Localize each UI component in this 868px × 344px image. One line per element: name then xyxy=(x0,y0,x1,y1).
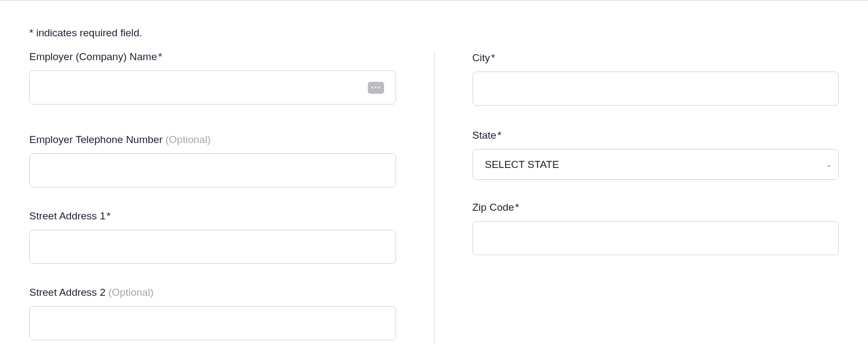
zip-field: Zip Code* xyxy=(473,202,839,255)
city-label: City* xyxy=(473,52,839,64)
state-select-wrap: SELECT STATE ⌄ xyxy=(473,149,839,180)
city-field: City* xyxy=(473,52,839,106)
optional-text: (Optional) xyxy=(108,287,154,298)
required-star: * xyxy=(515,202,519,213)
input-wrap xyxy=(29,70,396,105)
label-text: Street Address 1 xyxy=(29,210,105,222)
street1-field: Street Address 1* xyxy=(29,210,396,264)
street2-field: Street Address 2 (Optional) xyxy=(29,287,396,340)
zip-input[interactable] xyxy=(473,221,839,255)
state-field: State* SELECT STATE ⌄ xyxy=(473,129,839,180)
street1-label: Street Address 1* xyxy=(29,210,396,222)
required-star: * xyxy=(491,52,495,63)
label-text: State xyxy=(473,129,496,141)
required-star: * xyxy=(158,51,162,62)
label-text: City xyxy=(473,52,490,63)
employer-phone-input[interactable] xyxy=(29,153,396,187)
state-label: State* xyxy=(473,129,839,141)
street1-input[interactable] xyxy=(29,230,396,264)
autofill-icon[interactable] xyxy=(368,82,384,94)
employer-name-label: Employer (Company) Name* xyxy=(29,51,396,63)
label-text: Employer (Company) Name xyxy=(29,51,157,62)
city-input[interactable] xyxy=(473,72,839,106)
right-column: City* State* SELECT STATE ⌄ Zip Code* xyxy=(473,51,839,344)
employer-name-field: Employer (Company) Name* xyxy=(29,51,396,105)
label-text: Street Address 2 xyxy=(29,287,105,298)
form-container: Employer (Company) Name* Employer Teleph… xyxy=(29,51,839,344)
left-column: Employer (Company) Name* Employer Teleph… xyxy=(29,51,396,344)
employer-phone-field: Employer Telephone Number (Optional) xyxy=(29,134,396,187)
required-star: * xyxy=(106,210,110,222)
required-star: * xyxy=(497,129,501,141)
employer-phone-label: Employer Telephone Number (Optional) xyxy=(29,134,396,146)
state-select[interactable]: SELECT STATE xyxy=(473,149,839,180)
required-note: * indicates required field. xyxy=(29,27,839,39)
street2-label: Street Address 2 (Optional) xyxy=(29,287,396,298)
zip-label: Zip Code* xyxy=(473,202,839,213)
label-text: Zip Code xyxy=(473,202,514,213)
employer-name-input[interactable] xyxy=(29,70,396,105)
label-text: Employer Telephone Number xyxy=(29,134,163,145)
street2-input[interactable] xyxy=(29,306,396,340)
optional-text: (Optional) xyxy=(165,134,210,145)
column-divider xyxy=(434,51,435,344)
